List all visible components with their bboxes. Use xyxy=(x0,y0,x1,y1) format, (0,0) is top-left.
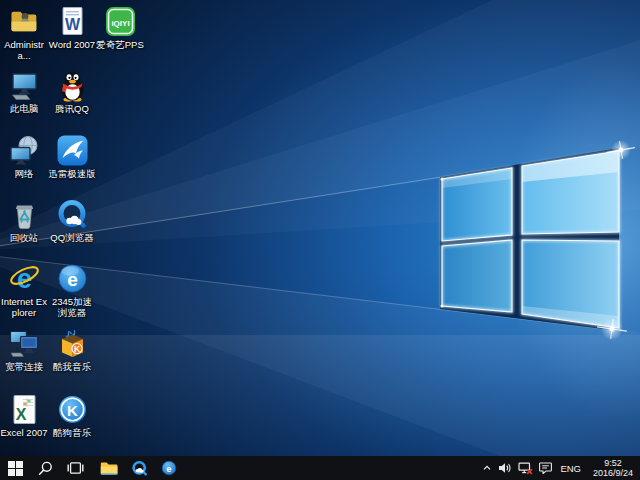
language-indicator[interactable]: ENG xyxy=(558,463,583,474)
desktop-icon-word-2007[interactable]: W Word 2007 xyxy=(48,5,96,50)
speaker-icon xyxy=(498,462,512,474)
desktop-icon-iqiyi-pps[interactable]: iQIYI 爱奇艺PPS xyxy=(96,5,144,50)
icon-label: 2345加速浏览器 xyxy=(48,296,96,318)
icon-label: 酷狗音乐 xyxy=(53,427,91,438)
desktop-icon-recycle-bin[interactable]: 回收站 xyxy=(0,198,48,243)
word-document-icon: W xyxy=(56,5,89,38)
2345-browser-taskbar-button[interactable]: e xyxy=(154,456,184,480)
desktop-icon-qq-browser[interactable]: QQ浏览器 xyxy=(48,198,96,243)
desktop-icon-thunder[interactable]: 迅雷极速版 xyxy=(48,134,96,179)
2345-browser-icon: e xyxy=(161,460,177,476)
icon-label: 爱奇艺PPS xyxy=(96,39,144,50)
icon-label: QQ浏览器 xyxy=(50,232,93,243)
clock-date: 2016/9/24 xyxy=(589,468,637,478)
svg-text:e: e xyxy=(166,463,171,474)
thunder-xunlei-icon xyxy=(56,134,89,167)
internet-explorer-icon: e xyxy=(8,262,41,295)
system-tray: ENG 9:52 2016/9/24 xyxy=(482,456,640,480)
this-pc-icon xyxy=(8,69,41,102)
tray-volume[interactable] xyxy=(498,462,512,474)
desktop-icon-excel-2007[interactable]: X Excel 2007 xyxy=(0,393,48,438)
svg-text:K: K xyxy=(73,344,80,354)
svg-text:W: W xyxy=(64,16,80,33)
excel-document-icon: X xyxy=(8,393,41,426)
task-view-icon xyxy=(67,461,84,475)
icon-label: 此电脑 xyxy=(10,103,39,114)
network-globe-icon xyxy=(8,134,41,167)
desktop-icon-broadband[interactable]: 宽带连接 xyxy=(0,327,48,372)
kugou-music-icon: K xyxy=(56,393,89,426)
icon-label: 宽带连接 xyxy=(5,361,43,372)
taskbar-clock[interactable]: 9:52 2016/9/24 xyxy=(589,458,637,478)
desktop-icon-kuwo-music[interactable]: K 酷我音乐 xyxy=(48,327,96,372)
start-button[interactable] xyxy=(0,456,30,480)
tencent-qq-penguin-icon xyxy=(56,69,89,102)
tray-network-disconnected[interactable] xyxy=(518,462,533,475)
qq-browser-icon xyxy=(56,198,89,231)
qq-browser-icon xyxy=(131,460,148,477)
network-disconnected-icon xyxy=(518,462,533,475)
icon-label: Word 2007 xyxy=(49,39,95,50)
desktop-icon-network[interactable]: 网络 xyxy=(0,134,48,179)
windows-start-icon xyxy=(8,461,23,476)
desktop-icon-internet-explorer[interactable]: e Internet Explorer xyxy=(0,262,48,318)
tray-chevron-up[interactable] xyxy=(482,463,492,473)
action-center-message-icon xyxy=(539,462,552,474)
file-explorer-button[interactable] xyxy=(94,456,124,480)
svg-text:iQIYI: iQIYI xyxy=(111,19,129,28)
icon-label: 回收站 xyxy=(10,232,39,243)
task-view-button[interactable] xyxy=(60,456,90,480)
desktop-icon-this-pc[interactable]: 此电脑 xyxy=(0,69,48,114)
desktop-icon-kugou-music[interactable]: K 酷狗音乐 xyxy=(48,393,96,438)
clock-time: 9:52 xyxy=(589,458,637,468)
2345-browser-icon: e xyxy=(56,262,89,295)
tray-action-center[interactable] xyxy=(539,462,552,474)
icon-label: Administra... xyxy=(0,39,48,61)
iqiyi-pps-icon: iQIYI xyxy=(104,5,137,38)
wallpaper-windows-hero xyxy=(0,0,640,456)
svg-text:e: e xyxy=(67,269,78,290)
broadband-connection-icon xyxy=(8,327,41,360)
recycle-bin-icon xyxy=(8,198,41,231)
icon-label: Internet Explorer xyxy=(0,296,48,318)
desktop-icon-2345-browser[interactable]: e 2345加速浏览器 xyxy=(48,262,96,318)
taskbar: e xyxy=(0,456,640,480)
search-button[interactable] xyxy=(30,456,60,480)
qq-browser-taskbar-button[interactable] xyxy=(124,456,154,480)
icon-label: 迅雷极速版 xyxy=(48,168,96,179)
user-folder-icon xyxy=(8,5,41,38)
icon-label: 网络 xyxy=(15,168,34,179)
desktop: Administra... W Word 2007 iQIYI 爱奇艺PPS 此… xyxy=(0,0,640,456)
svg-text:K: K xyxy=(67,402,78,419)
search-icon xyxy=(38,461,53,476)
svg-text:X: X xyxy=(15,406,26,423)
file-explorer-folder-icon xyxy=(100,461,118,476)
icon-label: 酷我音乐 xyxy=(53,361,91,372)
icon-label: Excel 2007 xyxy=(0,427,47,438)
kuwo-music-icon: K xyxy=(56,327,89,360)
desktop-icon-administrator[interactable]: Administra... xyxy=(0,5,48,61)
chevron-up-icon xyxy=(482,463,492,473)
icon-label: 腾讯QQ xyxy=(55,103,89,114)
desktop-icon-tencent-qq[interactable]: 腾讯QQ xyxy=(48,69,96,114)
